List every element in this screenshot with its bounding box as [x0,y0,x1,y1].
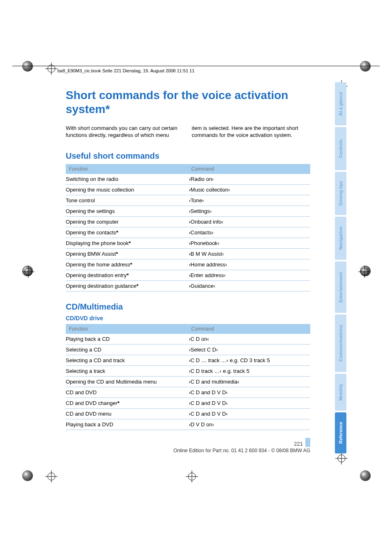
cd-multimedia-table: Function Command Playing back a CD›C D o… [66,324,310,430]
page-title: Short commands for the voice activation … [66,88,310,116]
function-cell: Opening the settings [66,206,188,216]
side-tab-communications[interactable]: Communications [335,314,346,372]
intro-paragraph-right: item is selected. Here are the important… [192,125,311,139]
command-cell: ›C D on‹ [188,334,311,345]
function-cell: Opening BMW Assist* [66,248,188,259]
command-cell: ›Home address‹ [188,259,311,270]
asterisk-icon: * [129,240,131,246]
table-row: Opening the CD and Multimedia menu›C D a… [66,376,310,387]
registration-mark [45,62,58,75]
command-cell: ›Onboard info‹ [188,216,311,227]
function-cell: Opening destination guidance* [66,280,188,291]
table-row: Selecting a CD and track›C D … track …‹ … [66,355,310,365]
table-row: Opening the computer›Onboard info‹ [66,216,310,227]
side-tab-at-a-glance[interactable]: At a glance [335,82,346,125]
registration-mark [186,470,198,483]
table-row: CD and DVD menu›C D and D V D‹ [66,408,310,419]
side-tab-controls[interactable]: Controls [335,127,346,170]
side-tab-label: Entertainment [338,266,343,308]
command-cell: ›Enter address‹ [188,270,311,280]
col-header-function: Function [66,324,188,334]
print-mark-ball [22,61,33,72]
print-mark-ball [22,470,33,481]
function-cell: Opening the CD and Multimedia menu [66,376,188,387]
side-tab-label: Navigation [338,221,343,255]
table-row: Switching on the radio›Radio on‹ [66,174,310,185]
side-tab-label: Driving tips [338,175,343,212]
svg-point-18 [188,473,196,480]
table-row: Opening the contacts*›Contacts‹ [66,227,310,238]
function-cell: Switching on the radio [66,174,188,185]
function-cell: Opening the music collection [66,184,188,195]
command-cell: ›Phonebook‹ [188,238,311,248]
side-tab-label: At a glance [338,86,343,122]
source-file-line: ba8_E90M3_cic.book Seite 221 Dienstag, 1… [58,68,194,73]
command-cell: ›Contacts‹ [188,227,311,238]
print-mark-ball [360,61,371,72]
col-header-command: Command [188,164,311,174]
page-number-mark-icon [305,438,310,447]
asterisk-icon: * [116,229,118,236]
print-mark-ball [22,266,33,276]
command-cell: ›D V D on‹ [188,419,311,430]
command-cell: ›Music collection‹ [188,184,311,195]
registration-mark [22,266,35,278]
command-cell: ›C D and multimedia‹ [188,376,311,387]
side-tabs: At a glanceControlsDriving tipsNavigatio… [335,82,349,473]
side-tab-entertainment[interactable]: Entertainment [335,261,346,313]
function-cell: Displaying the phone book* [66,238,188,248]
side-tab-label: Communications [338,319,343,367]
function-cell: CD and DVD [66,387,188,398]
side-tab-reference[interactable]: Reference [335,412,346,453]
function-cell: Playing back a DVD [66,419,188,430]
header-rule [12,66,380,66]
col-header-function: Function [66,164,188,174]
command-cell: ›C D and D V D‹ [188,398,311,408]
table-row: Opening BMW Assist*›B M W Assist‹ [66,248,310,259]
side-tab-label: Mobility [338,378,343,407]
command-cell: ›Guidance‹ [188,280,311,291]
command-cell: ›Radio on‹ [188,174,311,185]
asterisk-icon: * [127,272,129,278]
section-heading-useful: Useful short commands [66,151,310,161]
col-header-command: Command [188,324,311,334]
command-cell: ›B M W Assist‹ [188,248,311,259]
command-cell: ›C D … track …‹ e.g. CD 3 track 5 [188,355,311,365]
asterisk-icon: * [116,251,118,257]
table-row: Opening destination guidance*›Guidance‹ [66,280,310,291]
command-cell: ›Select C D‹ [188,344,311,355]
asterisk-icon: * [130,261,132,268]
asterisk-icon: * [136,283,138,289]
table-row: Opening destination entry*›Enter address… [66,270,310,280]
table-row: CD and DVD changer*›C D and D V D‹ [66,398,310,408]
table-row: Selecting a CD›Select C D‹ [66,344,310,355]
table-row: Playing back a CD›C D on‹ [66,334,310,345]
command-cell: ›C D track …‹ e.g. track 5 [188,365,311,376]
table-row: CD and DVD›C D and D V D‹ [66,387,310,398]
svg-point-12 [48,473,55,480]
table-row: Playing back a DVD›D V D on‹ [66,419,310,430]
function-cell: CD and DVD changer* [66,398,188,408]
table-row: Tone control›Tone‹ [66,195,310,206]
table-row: Selecting a track›C D track …‹ e.g. trac… [66,365,310,376]
svg-point-9 [361,268,368,275]
useful-commands-table: Function Command Switching on the radio›… [66,164,310,291]
svg-point-6 [25,268,32,275]
command-cell: ›C D and D V D‹ [188,408,311,419]
side-tab-driving-tips[interactable]: Driving tips [335,172,346,215]
function-cell: Tone control [66,195,188,206]
side-tab-navigation[interactable]: Navigation [335,217,346,260]
function-cell: CD and DVD menu [66,408,188,419]
function-cell: Opening the computer [66,216,188,227]
registration-mark [358,266,371,278]
section-heading-cd-multimedia: CD/Multimedia [66,302,310,312]
function-cell: Opening destination entry* [66,270,188,280]
command-cell: ›Settings‹ [188,206,311,216]
function-cell: Opening the home address* [66,259,188,270]
copyright-line: Online Edition for Part no. 01 41 2 600 … [66,448,310,453]
side-tab-label: Controls [338,134,343,164]
side-tab-mobility[interactable]: Mobility [335,374,346,411]
function-cell: Opening the contacts* [66,227,188,238]
function-cell: Selecting a CD [66,344,188,355]
function-cell: Playing back a CD [66,334,188,345]
